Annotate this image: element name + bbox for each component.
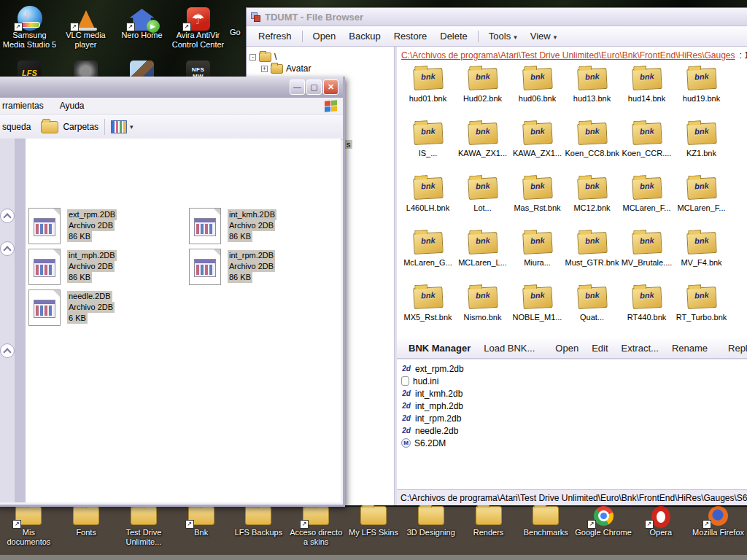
bnk-file[interactable]: bnkNismo.bnk	[455, 283, 510, 338]
bnk-entry[interactable]: MS6.2DM	[401, 437, 747, 449]
folders-button[interactable]: Carpetas	[63, 122, 98, 132]
file-tile[interactable]: ext_rpm.2DBArchivo 2DB86 KB	[28, 208, 183, 244]
task-pane-collapse-button[interactable]	[0, 209, 15, 223]
bnk-entry[interactable]: 2dint_rpm.2db	[401, 412, 747, 424]
desktop-icon-google-chrome[interactable]: ↗Google Chrome	[575, 506, 632, 547]
bnk-folder-icon: bnk	[686, 287, 716, 309]
toolbar-button-edit[interactable]: Edit	[586, 341, 614, 356]
views-button-icon[interactable]	[111, 120, 127, 133]
file-tile[interactable]: int_rpm.2DBArchivo 2DB86 KB	[189, 249, 341, 285]
bnk-file[interactable]: bnkL460LH.bnk	[400, 174, 455, 228]
desktop-icon-lfs-backups[interactable]: LFS Backups	[230, 506, 287, 547]
bnk-file[interactable]: bnkRT_Turbo.bnk	[674, 283, 729, 338]
bnk-file[interactable]: bnkhud14.bnk	[619, 64, 674, 119]
desktop-icon-vlc[interactable]: ↗VLC media player	[58, 4, 114, 50]
desktop-icon-opera[interactable]: ↗Opera	[632, 506, 689, 547]
file-tile[interactable]: int_kmh.2DBArchivo 2DB86 KB	[189, 208, 341, 244]
bnk-file[interactable]: bnkMiura...	[510, 228, 565, 283]
bnk-file[interactable]: bnkMcLaren_G...	[400, 228, 455, 283]
desktop-icon-benchmarks[interactable]: Benchmarks	[517, 506, 575, 547]
bnk-manager-toolbar: BNK ManagerLoad BNK...OpenEditExtract...…	[397, 338, 747, 359]
file-tile[interactable]: needle.2DBArchivo 2DB6 KB	[28, 289, 183, 326]
bnk-folder-icon: bnk	[577, 68, 607, 90]
toolbar-button-tools[interactable]: Tools▾	[483, 28, 523, 44]
tree-node-avatar[interactable]: + Avatar	[261, 63, 391, 74]
explorer-titlebar[interactable]: — ▢ ✕	[0, 77, 343, 98]
bnk-entry[interactable]: 2dint_kmh.2db	[401, 387, 747, 400]
bnk-file[interactable]: bnkMCLaren_L...	[455, 228, 510, 283]
bnk-entry[interactable]: 2dext_rpm.2db	[401, 362, 747, 375]
toolbar-button-view[interactable]: View▾	[525, 28, 562, 44]
desktop-icon-mozilla-firefox[interactable]: ↗Mozilla Firefox	[689, 506, 747, 547]
desktop-icon-renders[interactable]: Renders	[460, 506, 517, 547]
bnk-file[interactable]: bnkNOBLE_M1...	[510, 283, 565, 338]
bnk-entry[interactable]: hud.ini	[401, 375, 747, 387]
desktop-icon-acceso-directo-a-skins[interactable]: ↗Acceso directo a skins	[287, 506, 345, 547]
bnk-file[interactable]: bnkMCLaren_F...	[619, 174, 674, 228]
minimize-button[interactable]: —	[290, 79, 305, 95]
vlc-icon: ↗	[71, 4, 101, 31]
desktop-icon-mis-documentos[interactable]: ↗Mis documentos	[0, 506, 58, 547]
bnk-file[interactable]: bnkRT440.bnk	[619, 283, 674, 338]
toolbar-button-open[interactable]: Open	[549, 341, 584, 356]
bnk-file[interactable]: bnkKoen_CC8.bnk	[565, 119, 619, 174]
toolbar-button-rename[interactable]: Rename	[666, 341, 713, 356]
bnk-file[interactable]: bnkKAWA_ZX1...	[510, 119, 565, 174]
bnk-file[interactable]: bnkMX5_Rst.bnk	[400, 283, 455, 338]
bnk-file[interactable]: bnkMas_Rst.bnk	[510, 174, 565, 228]
bnk-file[interactable]: bnkIS_...	[400, 119, 455, 174]
file-tile[interactable]: int_mph.2DBArchivo 2DB86 KB	[28, 249, 183, 285]
bnk-file[interactable]: bnkLot...	[455, 174, 510, 228]
bnk-file[interactable]: bnkMV_Brutale....	[619, 228, 674, 283]
desktop-icon-nero[interactable]: ▶↗Nero Home	[114, 4, 170, 50]
tree-collapse-icon[interactable]: -	[249, 54, 256, 61]
desktop-icon-test-drive-unlimited[interactable]: Test Drive Unlimite...	[115, 506, 173, 547]
bnk-icon-text: bnk	[578, 126, 606, 136]
bnk-icon-text: bnk	[578, 290, 606, 300]
bnk-entry[interactable]: 2dneedle.2db	[401, 424, 747, 437]
bnk-file[interactable]: bnkhud13.bnk	[565, 64, 619, 119]
toolbar-button-open[interactable]: Open	[307, 28, 342, 44]
bnk-entry[interactable]: 2dint_mph.2db	[401, 400, 747, 412]
task-pane-collapse-button[interactable]	[0, 241, 15, 256]
menu-herramientas[interactable]: rramientas	[2, 101, 44, 111]
toolbar-button-replace[interactable]: Replace▾	[722, 341, 747, 356]
bnk-file[interactable]: bnkKZ1.bnk	[674, 119, 729, 174]
toolbar-button-refresh[interactable]: Refresh	[252, 28, 298, 44]
partial-desktop-icon-label[interactable]: Go	[230, 28, 241, 37]
desktop-icon-my-lfs-skins[interactable]: My LFS Skins	[345, 506, 403, 547]
current-path-link[interactable]: C:\Archivos de programa\Atari\Test Drive…	[401, 50, 735, 61]
toolbar-button-extract[interactable]: Extract...	[616, 341, 665, 356]
bnk-file[interactable]: bnkKAWA_ZX1...	[455, 119, 510, 174]
close-button[interactable]: ✕	[323, 79, 338, 95]
bnk-file[interactable]: bnkMust_GTR.bnk	[565, 228, 619, 283]
task-pane-collapse-button[interactable]	[0, 343, 15, 358]
maximize-button[interactable]: ▢	[306, 79, 322, 95]
toolbar-button-bnk-manager[interactable]: BNK Manager	[403, 341, 476, 356]
toolbar-button-restore[interactable]: Restore	[388, 28, 433, 44]
desktop-icon-samsung[interactable]: ↗Samsung Media Studio 5	[1, 4, 58, 50]
tdumt-titlebar[interactable]: TDUMT - File Browser	[247, 8, 747, 26]
desktop-icon-bnk[interactable]: ↗Bnk	[172, 506, 230, 547]
bnk-file[interactable]: bnkhud19.bnk	[674, 64, 729, 119]
desktop-icon-3d-designing[interactable]: 3D Designing	[402, 506, 460, 547]
bnk-file[interactable]: bnkMC12.bnk	[565, 174, 619, 228]
bnk-file[interactable]: bnkKoen_CCR....	[619, 119, 674, 174]
bnk-file[interactable]: bnkhud06.bnk	[510, 64, 565, 119]
tree-expand-icon[interactable]: +	[261, 66, 268, 72]
bnk-file[interactable]: bnkMV_F4.bnk	[674, 228, 729, 283]
bnk-file[interactable]: bnkhud01.bnk	[400, 64, 455, 119]
views-dropdown-caret-icon[interactable]: ▾	[130, 123, 133, 131]
bnk-file[interactable]: bnkQuat...	[565, 283, 619, 338]
desktop-icon-avira[interactable]: ☂↗Avira AntiVir Control Center	[170, 4, 226, 50]
toolbar-button-backup[interactable]: Backup	[343, 28, 386, 44]
toolbar-button-load-bnk[interactable]: Load BNK...	[478, 341, 541, 356]
toolbar-button-delete[interactable]: Delete	[434, 28, 473, 44]
bnk-file[interactable]: bnkHud02.bnk	[455, 64, 510, 119]
tree-node-root[interactable]: - \	[249, 51, 391, 63]
search-button-label[interactable]: squeda	[2, 122, 31, 132]
desktop-icon-fonts[interactable]: Fonts	[58, 506, 115, 547]
menu-ayuda[interactable]: Ayuda	[60, 101, 85, 111]
desktop-icon-label: LFS Backups	[235, 528, 282, 537]
bnk-file[interactable]: bnkMCLaren_F...	[674, 174, 729, 228]
